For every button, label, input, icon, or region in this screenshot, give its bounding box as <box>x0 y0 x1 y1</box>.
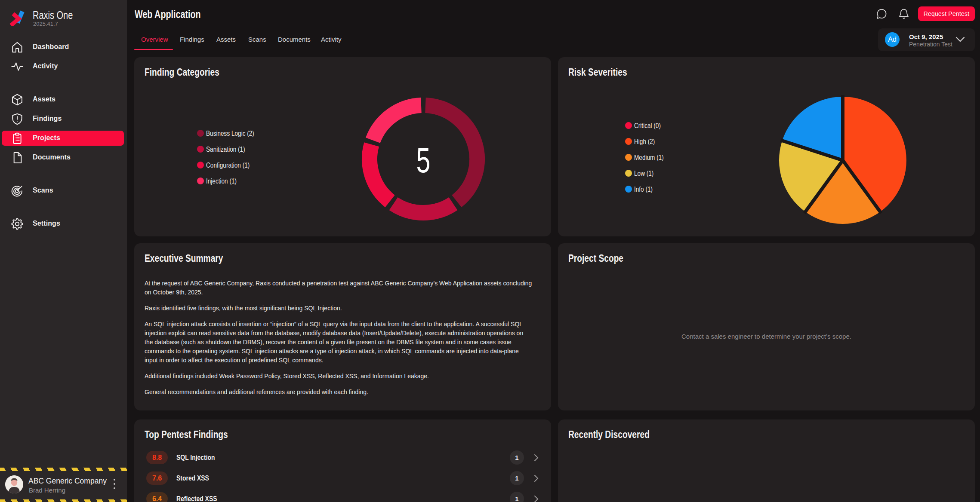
svg-text:5: 5 <box>416 141 431 180</box>
